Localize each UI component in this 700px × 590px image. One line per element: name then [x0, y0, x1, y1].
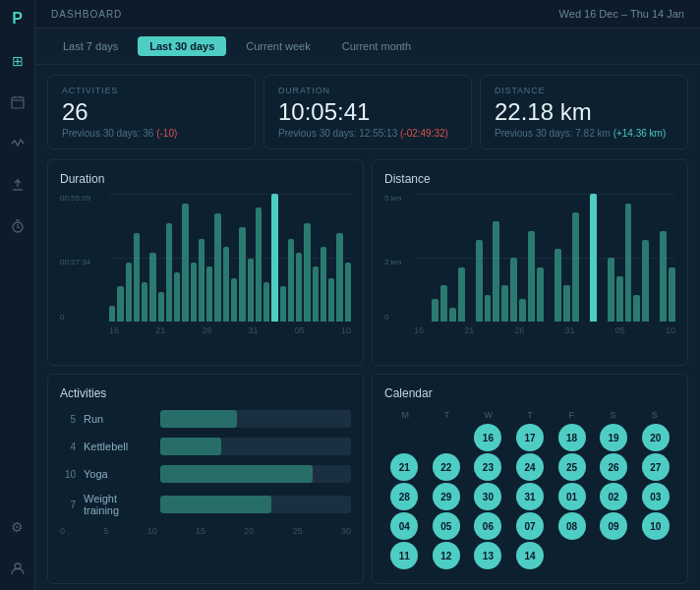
calendar-week-row: 04050607080910 [384, 512, 675, 540]
stat-activities: ACTIVITIES 26 Previous 30 days: 36 (-10) [47, 75, 256, 149]
activities-scale: 051015202530 [60, 526, 351, 536]
calendar-day[interactable]: 23 [474, 453, 501, 481]
calendar-day[interactable]: 17 [516, 424, 544, 451]
stat-duration-label: DURATION [278, 86, 457, 95]
duration-bar [288, 239, 294, 322]
calendar-day[interactable]: 19 [600, 424, 627, 451]
settings-icon[interactable]: ⚙ [6, 515, 29, 539]
distance-bar [669, 267, 675, 323]
filter-last7[interactable]: Last 7 days [51, 36, 130, 56]
calendar-header: MTWTFSS [384, 410, 675, 420]
calendar-grid: MTWTFSS 16171819202122232425262728293031… [384, 410, 675, 569]
activity-item: 10Yoga [60, 465, 351, 483]
activities-card: Activities 5Run4Kettlebell10Yoga7Weight … [47, 374, 364, 584]
duration-bar [117, 286, 123, 322]
distance-x-label: 16 [414, 325, 424, 335]
calendar-week-row: 28293031010203 [384, 483, 675, 510]
calendar-day[interactable]: 31 [516, 483, 544, 510]
distance-x-label: 10 [666, 325, 675, 335]
calendar-day[interactable]: 04 [390, 512, 418, 540]
filter-current-week[interactable]: Current week [234, 36, 321, 56]
user-icon[interactable] [6, 557, 29, 580]
filter-current-month[interactable]: Current month [330, 36, 423, 56]
duration-chart: Duration 00:55:09 00:27:34 0 16212631051… [47, 159, 364, 366]
calendar-day[interactable]: 12 [433, 542, 460, 569]
distance-x-label: 31 [565, 325, 575, 335]
calendar-day[interactable]: 11 [390, 542, 418, 569]
calendar-day[interactable]: 30 [474, 483, 501, 510]
duration-bar [321, 247, 326, 322]
calendar-day[interactable]: 14 [516, 542, 544, 569]
calendar-day[interactable]: 05 [433, 512, 460, 540]
duration-bar [313, 266, 319, 322]
calendar-day[interactable]: 28 [390, 483, 418, 510]
activity-count: 10 [60, 469, 76, 480]
calendar-day[interactable]: 06 [474, 512, 501, 540]
calendar-week-row: 1617181920 [384, 424, 675, 451]
duration-bar [256, 207, 262, 322]
duration-bar [214, 213, 220, 322]
calendar-day[interactable]: 20 [642, 424, 670, 451]
calendar-day-header: T [509, 410, 551, 420]
activities-list: 5Run4Kettlebell10Yoga7Weight training [60, 410, 351, 516]
calendar-day[interactable]: 27 [642, 453, 670, 481]
sidebar-item-timer[interactable] [6, 214, 29, 238]
calendar-day[interactable]: 07 [516, 512, 544, 540]
calendar-day[interactable]: 24 [516, 453, 544, 481]
calendar-day[interactable]: 25 [558, 453, 586, 481]
calendar-day[interactable]: 08 [558, 512, 586, 540]
topbar: DASHBOARD Wed 16 Dec – Thu 14 Jan [35, 0, 700, 29]
calendar-card: Calendar MTWTFSS 16171819202122232425262… [372, 374, 688, 584]
distance-bar [485, 295, 492, 323]
sidebar-item-upload[interactable] [6, 173, 29, 197]
distance-y-top: 5 km [384, 194, 401, 203]
activity-count: 4 [60, 442, 76, 452]
calendar-day[interactable]: 02 [600, 483, 627, 510]
calendar-day[interactable]: 26 [600, 453, 627, 481]
calendar-day-header: T [426, 410, 467, 420]
distance-bar [608, 258, 614, 322]
bottom-row: Activities 5Run4Kettlebell10Yoga7Weight … [35, 366, 700, 590]
duration-bar [174, 272, 180, 322]
distance-bar [590, 194, 597, 322]
calendar-day[interactable]: 01 [558, 483, 586, 510]
duration-chart-title: Duration [60, 172, 351, 186]
distance-x-label: 26 [514, 325, 524, 335]
calendar-day[interactable]: 29 [433, 483, 460, 510]
activity-count: 7 [60, 500, 76, 510]
distance-x-label: 21 [464, 325, 474, 335]
stat-activities-sub: Previous 30 days: 36 (-10) [62, 128, 241, 139]
sidebar-item-dashboard[interactable]: ⊞ [6, 49, 29, 73]
distance-bar [572, 212, 579, 322]
calendar-day[interactable]: 10 [642, 512, 670, 540]
stat-duration: DURATION 10:05:41 Previous 30 days: 12:5… [263, 75, 472, 149]
duration-x-label: 10 [341, 325, 351, 335]
calendar-day[interactable]: 13 [474, 542, 501, 569]
distance-bar [554, 249, 561, 322]
duration-bar [109, 306, 115, 322]
duration-bar [263, 282, 269, 322]
calendar-day[interactable]: 22 [433, 453, 460, 481]
stat-duration-value: 10:05:41 [278, 99, 457, 125]
sidebar: P ⊞ ⚙ [0, 0, 35, 590]
calendar-day[interactable]: 09 [600, 512, 627, 540]
sidebar-item-activity[interactable] [6, 132, 29, 155]
duration-bar [142, 282, 147, 322]
distance-bar [537, 267, 544, 323]
distance-bar [528, 231, 535, 323]
sidebar-item-calendar[interactable] [6, 90, 29, 114]
duration-y-bot: 0 [60, 313, 64, 322]
calendar-day[interactable]: 18 [558, 424, 586, 451]
calendar-day[interactable]: 16 [474, 424, 501, 451]
distance-bar-chart: 5 km 2 km 0 162126310510 [384, 194, 675, 351]
activity-name: Yoga [84, 468, 152, 480]
calendar-day[interactable]: 03 [642, 483, 670, 510]
activity-bar-fill [160, 496, 271, 513]
filter-last30[interactable]: Last 30 days [138, 36, 226, 56]
calendar-day[interactable]: 21 [390, 453, 418, 481]
date-range: Wed 16 Dec – Thu 14 Jan [559, 8, 684, 20]
distance-bar [440, 285, 447, 322]
calendar-day-header: W [468, 410, 509, 420]
duration-bar [134, 233, 140, 322]
duration-bar [149, 253, 155, 322]
